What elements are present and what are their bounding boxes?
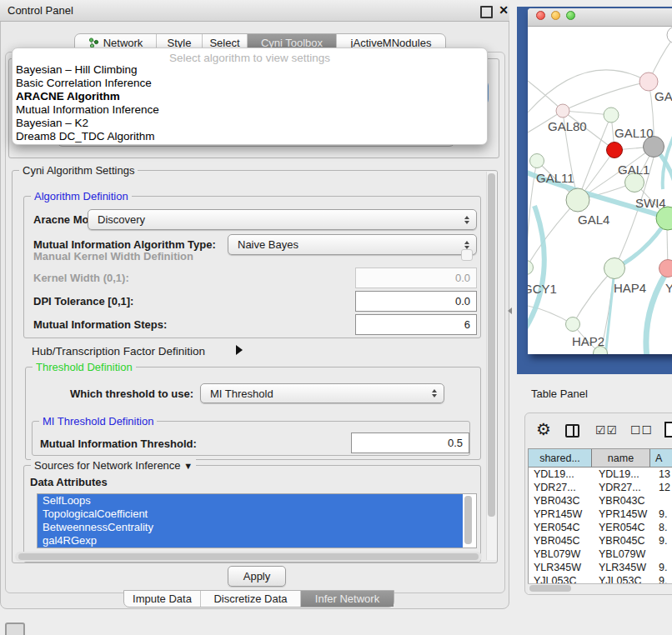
dpi-tolerance-value: 0.0 bbox=[455, 295, 470, 308]
gear-icon[interactable]: ⚙ bbox=[536, 421, 551, 438]
table-row[interactable]: YPR145WYPR145W9. bbox=[529, 508, 672, 521]
node-label: HAP2 bbox=[572, 334, 604, 348]
manual-kernel-checkbox[interactable] bbox=[461, 249, 473, 261]
tab-infer-network[interactable]: Infer Network bbox=[301, 591, 394, 607]
list-item[interactable]: TopologicalCoefficient bbox=[38, 508, 463, 521]
node-label: GAL10 bbox=[614, 126, 654, 140]
list-item[interactable]: BetweennessCentrality bbox=[38, 521, 463, 534]
zoom-button[interactable] bbox=[566, 11, 575, 20]
table-row[interactable]: YDL19...YDL19...13 bbox=[529, 468, 672, 481]
mi-type-label: Mutual Information Algorithm Type: bbox=[33, 238, 216, 251]
dropdown-item[interactable]: Mutual Information Inference bbox=[16, 103, 484, 117]
bottom-tab-bar: Impute Data Discretize Data Infer Networ… bbox=[123, 590, 394, 608]
network-view-window: GAL GAL80 GAL10 GAL11 GAL1 GAL4 SWI4 GCY… bbox=[528, 8, 672, 354]
mi-threshold-value: 0.5 bbox=[448, 437, 463, 449]
hub-section-label: Hub/Transcription Factor Definition bbox=[32, 345, 205, 358]
column-header[interactable]: name bbox=[592, 449, 650, 467]
dropdown-item[interactable]: Bayesian – K2 bbox=[16, 117, 484, 130]
list-scrollbar-thumb[interactable] bbox=[464, 496, 472, 544]
kernel-width-field[interactable]: 0.0 bbox=[355, 268, 477, 288]
node-salmon[interactable] bbox=[659, 260, 672, 278]
node-gcy1[interactable] bbox=[528, 261, 534, 275]
table-row[interactable]: YBL079WYBL079W bbox=[529, 548, 672, 561]
mi-threshold-label: Mutual Information Threshold: bbox=[40, 438, 197, 450]
which-threshold-label: Which threshold to use: bbox=[70, 388, 193, 400]
list-item[interactable]: SelfLoops bbox=[38, 494, 463, 508]
table-row[interactable]: YLR345WYLR345W9. bbox=[529, 561, 672, 574]
tab-label: Infer Network bbox=[315, 592, 379, 605]
table-row[interactable]: YBR043CYBR043C bbox=[529, 494, 672, 508]
node-gal11[interactable] bbox=[530, 154, 544, 168]
mi-steps-value: 6 bbox=[464, 318, 470, 331]
stepper-arrows-icon bbox=[464, 241, 469, 249]
float-window-icon[interactable] bbox=[480, 6, 493, 18]
which-threshold-value: MI Threshold bbox=[210, 384, 273, 402]
table-row[interactable]: YDR27...YDR27...12 bbox=[529, 481, 672, 494]
dpi-tolerance-field[interactable]: 0.0 bbox=[355, 291, 477, 312]
aracne-mode-value: Discovery bbox=[98, 210, 145, 229]
column-header[interactable]: shared... bbox=[529, 449, 592, 467]
column-header[interactable]: A bbox=[650, 449, 672, 467]
node-gal80[interactable] bbox=[556, 104, 569, 118]
network-icon bbox=[88, 38, 99, 48]
data-attributes-list: SelfLoops TopologicalCoefficient Between… bbox=[37, 493, 477, 548]
dropdown-item[interactable]: Basic Correlation Inference bbox=[16, 77, 484, 90]
node-label: GAL4 bbox=[578, 212, 609, 227]
splitter-collapse-arrow[interactable] bbox=[508, 308, 512, 314]
control-panel-titlebar: Control Panel ✕ bbox=[0, 0, 509, 22]
mi-steps-label: Mutual Information Steps: bbox=[33, 318, 167, 331]
mi-steps-field[interactable]: 6 bbox=[355, 314, 477, 335]
deselect-all-checkboxes-icon[interactable]: ☐☐ bbox=[630, 423, 653, 437]
tab-impute-data[interactable]: Impute Data bbox=[124, 591, 201, 607]
node-gal10-red[interactable] bbox=[607, 142, 623, 158]
minimize-button[interactable] bbox=[551, 11, 560, 20]
settings-horizontal-scrollbar-thumb[interactable] bbox=[18, 553, 479, 560]
table-panel-title: Table Panel bbox=[531, 388, 588, 400]
table-row[interactable]: YBR045CYBR045C9. bbox=[529, 534, 672, 548]
node-label: GAL1 bbox=[618, 162, 649, 177]
dropdown-item-highlighted[interactable]: ARACNE Algorithm bbox=[16, 90, 484, 103]
node-hap2[interactable] bbox=[566, 318, 580, 332]
list-item[interactable]: gal4RGexp bbox=[38, 534, 463, 548]
mi-threshold-field[interactable]: 0.5 bbox=[351, 432, 469, 453]
file-icon-partial[interactable] bbox=[664, 422, 672, 438]
stepper-arrows-icon bbox=[464, 216, 469, 224]
network-canvas[interactable]: GAL GAL80 GAL10 GAL11 GAL1 GAL4 SWI4 GCY… bbox=[528, 27, 672, 354]
node-table: shared... name A YDL19...YDL19...13 YDR2… bbox=[528, 448, 672, 583]
mi-threshold-group-title: MI Threshold Definition bbox=[39, 415, 157, 428]
node-partial[interactable] bbox=[667, 27, 672, 43]
select-all-checkboxes-icon[interactable]: ☑☑ bbox=[595, 423, 618, 437]
table-row[interactable]: YER054CYER054C8. bbox=[529, 521, 672, 534]
table-row[interactable]: YJL053CYJL053C9. bbox=[529, 574, 672, 583]
node-gal4[interactable] bbox=[566, 188, 589, 212]
collapsed-arrow-icon[interactable] bbox=[236, 345, 243, 355]
apply-button[interactable]: Apply bbox=[228, 566, 286, 587]
node-swi4[interactable] bbox=[656, 207, 672, 230]
dropdown-item[interactable]: Dream8 DC_TDC Algorithm bbox=[16, 130, 484, 143]
apply-label: Apply bbox=[243, 570, 271, 582]
node-hap4[interactable] bbox=[604, 258, 625, 279]
node-gal-pink[interactable] bbox=[639, 72, 658, 91]
network-window-titlebar[interactable] bbox=[528, 8, 672, 27]
minimized-panel-icon-partial[interactable] bbox=[5, 622, 25, 635]
tab-label: Discretize Data bbox=[213, 592, 287, 605]
dropdown-item[interactable]: Bayesian – Hill Climbing bbox=[16, 63, 484, 77]
node-label: GAL bbox=[654, 89, 672, 103]
algorithm-dropdown-popup: Select algorithm to view settings Bayesi… bbox=[12, 48, 488, 145]
columns-icon[interactable] bbox=[565, 424, 579, 438]
which-threshold-combo[interactable]: MI Threshold bbox=[200, 383, 444, 403]
dpi-tolerance-label: DPI Tolerance [0,1]: bbox=[33, 295, 133, 308]
window-title: Control Panel bbox=[8, 4, 73, 17]
hub-section-toggle[interactable]: Hub/Transcription Factor Definition bbox=[32, 345, 205, 358]
settings-vertical-scrollbar-thumb[interactable] bbox=[488, 173, 495, 517]
tab-discretize-data[interactable]: Discretize Data bbox=[201, 591, 301, 607]
close-button[interactable] bbox=[536, 11, 545, 20]
aracne-mode-combo[interactable]: Discovery bbox=[88, 209, 477, 230]
close-icon[interactable]: ✕ bbox=[499, 3, 509, 17]
table-horizontal-scrollbar-thumb[interactable] bbox=[529, 585, 571, 592]
node-green-upper[interactable] bbox=[604, 108, 619, 122]
threshold-definition-title: Threshold Definition bbox=[33, 361, 136, 373]
mi-type-combo[interactable]: Naive Bayes bbox=[228, 234, 477, 255]
sources-title-wrap[interactable]: Sources for Network Inference ▼ bbox=[31, 459, 196, 472]
table-header-row: shared... name A bbox=[529, 449, 672, 468]
